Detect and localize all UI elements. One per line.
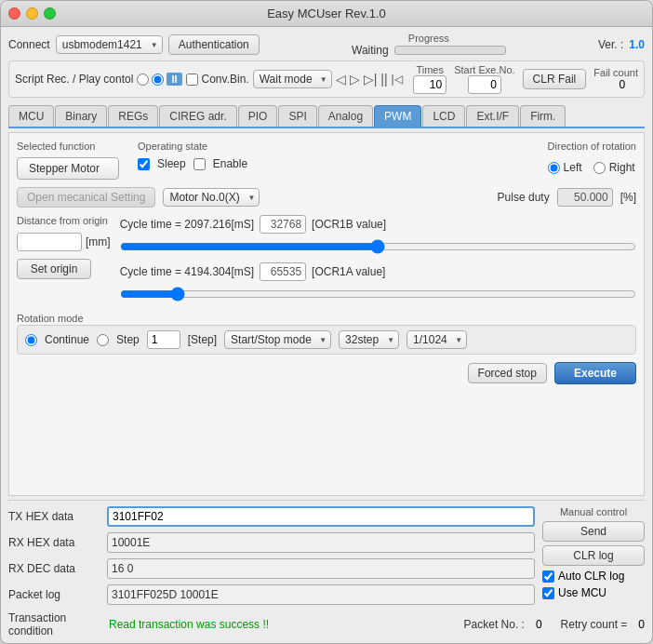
tab-analog[interactable]: Analog: [318, 105, 373, 127]
execute-button[interactable]: Execute: [554, 362, 636, 384]
times-input[interactable]: [413, 75, 446, 94]
open-mech-button[interactable]: Open mecanical Setting: [17, 187, 155, 208]
motor-select-wrapper[interactable]: Motor No.0(X): [163, 188, 260, 207]
record-radio[interactable]: [137, 74, 149, 86]
clr-log-button[interactable]: CLR log: [542, 545, 645, 566]
rx-dec-input: [107, 558, 535, 579]
traffic-lights: [8, 7, 56, 20]
tab-regs[interactable]: REGs: [108, 105, 158, 127]
div1024-wrapper[interactable]: 1/1024: [406, 330, 467, 349]
auto-clr-checkbox[interactable]: [542, 570, 554, 583]
window-title: Easy MCUser Rev.1.0: [267, 7, 386, 20]
transaction-row: Transaction condition Read transaction w…: [8, 611, 645, 637]
left-radio[interactable]: [548, 162, 560, 174]
step-radio[interactable]: [97, 334, 109, 346]
manual-label: Manual control: [542, 506, 645, 517]
rx-hex-label: RX HEX data: [8, 536, 101, 549]
right-radio[interactable]: [593, 162, 606, 174]
tab-pwm[interactable]: PWM: [374, 105, 421, 127]
reset-btn[interactable]: |◁: [392, 73, 403, 86]
distance-section: Distance from origin [mm] Set origin: [17, 215, 111, 279]
direction-label: Direction of rotation: [548, 141, 636, 152]
left-label: Left: [564, 161, 582, 174]
set-origin-button[interactable]: Set origin: [17, 259, 91, 279]
tx-input[interactable]: [107, 506, 535, 527]
step-value-input[interactable]: [147, 330, 180, 349]
tab-pio[interactable]: PIO: [238, 105, 278, 127]
ver-label: Ver. :: [598, 38, 623, 51]
cycle1-ocr: [OCR1B value]: [312, 218, 386, 231]
wait-mode-select[interactable]: Wait mode: [253, 70, 332, 88]
packet-log-row: Packet log: [8, 584, 535, 605]
continue-radio[interactable]: [25, 334, 37, 346]
wait-mode-wrapper[interactable]: Wait mode: [253, 70, 332, 88]
retry-count-label: Retry count =: [561, 618, 628, 631]
div1024-select[interactable]: 1/1024: [406, 330, 467, 349]
start-exe-input[interactable]: [468, 75, 501, 94]
clr-fail-button[interactable]: CLR Fail: [523, 69, 587, 89]
distance-input[interactable]: [17, 233, 82, 251]
close-button[interactable]: [8, 7, 20, 20]
connect-select[interactable]: usbmodem1421: [56, 35, 163, 54]
stop-btn[interactable]: ||: [380, 72, 387, 87]
use-mcu-label: Use MCU: [558, 586, 606, 599]
distance-unit: [mm]: [86, 235, 111, 248]
start-stop-select[interactable]: Start/Stop mode: [224, 330, 331, 349]
next-btn[interactable]: ▷: [350, 72, 360, 87]
tab-firm[interactable]: Firm.: [520, 105, 566, 127]
fail-count-value: 0: [606, 78, 625, 91]
tx-label: TX HEX data: [8, 510, 101, 523]
cycle2-row: Cycle time = 4194.304[mS] [OCR1A value]: [120, 262, 636, 281]
tab-lcd[interactable]: LCD: [422, 105, 465, 127]
tab-spi[interactable]: SPI: [278, 105, 316, 127]
tab-cireg[interactable]: CIREG adr.: [159, 105, 236, 127]
prev-btn[interactable]: ◁: [336, 72, 346, 87]
cycle2-slider[interactable]: [120, 287, 636, 302]
data-section: TX HEX data RX HEX data RX DEC data: [8, 500, 645, 637]
step-unit: [Step]: [188, 333, 217, 346]
tab-bar: MCU Binary REGs CIREG adr. PIO SPI Analo…: [8, 105, 645, 128]
progress-bar: [394, 46, 506, 55]
selected-function-value: Stepper Motor: [17, 157, 119, 180]
selected-function-label: Selected function: [17, 141, 119, 152]
cycle1-slider[interactable]: [120, 239, 636, 254]
use-mcu-checkbox[interactable]: [542, 587, 554, 599]
transaction-status: Read transaction was success !!: [109, 618, 269, 631]
sleep-checkbox[interactable]: [138, 158, 150, 170]
pwm-main-area: Selected function Stepper Motor Operatin…: [8, 132, 645, 496]
auto-clr-row: Auto CLR log: [542, 570, 645, 583]
auth-button[interactable]: Authentication: [168, 34, 260, 55]
title-bar: Easy MCUser Rev.1.0: [1, 1, 652, 27]
cycle2-value[interactable]: [260, 262, 306, 281]
conv-bin-checkbox[interactable]: [186, 74, 198, 86]
enable-checkbox[interactable]: [193, 158, 206, 170]
step-btn[interactable]: ▷|: [364, 72, 378, 87]
forced-stop-button[interactable]: Forced stop: [468, 363, 547, 383]
step32-select[interactable]: 32step: [339, 330, 399, 349]
rotation-mode-label: Rotation mode: [17, 313, 84, 324]
pulse-duty-label: Pulse duty: [498, 191, 550, 204]
waiting-label: Waiting: [352, 44, 389, 57]
tab-binary[interactable]: Binary: [55, 105, 107, 127]
step-label: Step: [116, 333, 140, 346]
tab-mcu[interactable]: MCU: [8, 105, 54, 127]
enable-label: Enable: [213, 157, 247, 170]
motor-select[interactable]: Motor No.0(X): [163, 188, 260, 207]
distance-label: Distance from origin: [17, 215, 111, 226]
transaction-label: Transaction condition: [8, 611, 101, 637]
minimize-button[interactable]: [26, 7, 38, 20]
start-stop-wrapper[interactable]: Start/Stop mode: [224, 330, 331, 349]
operating-state-label: Operating state: [138, 141, 247, 152]
step32-wrapper[interactable]: 32step: [339, 330, 399, 349]
operating-state-controls: Sleep Enable: [138, 157, 247, 170]
pulse-duty-input[interactable]: [557, 188, 613, 207]
connect-select-wrapper[interactable]: usbmodem1421: [56, 35, 163, 54]
rx-dec-row: RX DEC data: [8, 558, 535, 579]
cycle1-value[interactable]: [260, 215, 306, 234]
cycle1-row: Cycle time = 2097.216[mS] [OCR1B value]: [120, 215, 636, 234]
send-button[interactable]: Send: [542, 521, 645, 542]
right-label: Right: [609, 161, 635, 174]
tab-extif[interactable]: Ext.I/F: [466, 105, 519, 127]
play-radio[interactable]: [152, 74, 164, 86]
maximize-button[interactable]: [44, 7, 56, 20]
